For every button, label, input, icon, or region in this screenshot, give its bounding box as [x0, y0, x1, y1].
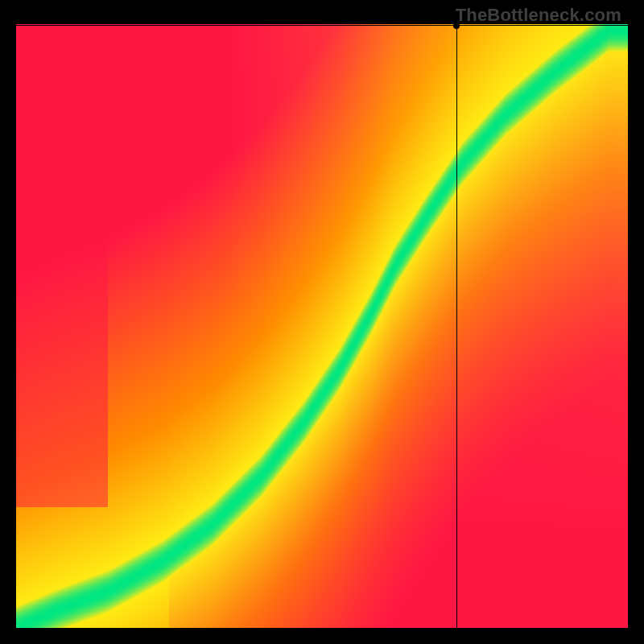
- crosshair-vertical: [456, 24, 457, 628]
- heatmap-plot: [16, 24, 628, 628]
- watermark-text: TheBottleneck.com: [456, 5, 621, 26]
- heatmap-canvas: [16, 24, 628, 628]
